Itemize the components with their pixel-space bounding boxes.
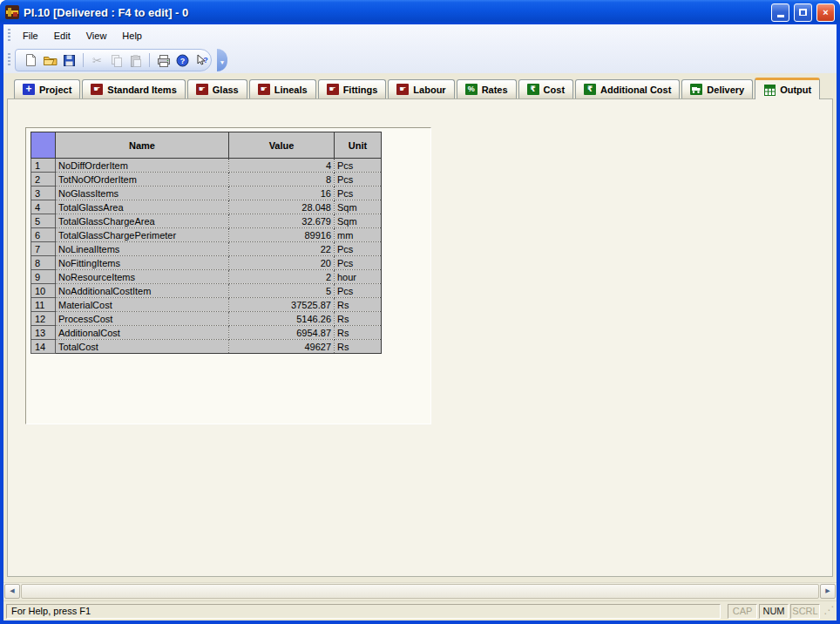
output-grid-icon bbox=[763, 85, 776, 96]
tab-glass[interactable]: Glass bbox=[187, 79, 247, 98]
cell-unit: Pcs bbox=[335, 159, 382, 173]
tab-project[interactable]: Project bbox=[14, 79, 80, 98]
menu-bar: File Edit View Help bbox=[3, 24, 837, 47]
save-button[interactable] bbox=[60, 51, 78, 70]
help-button[interactable]: ? bbox=[173, 51, 192, 70]
tab-fittings[interactable]: Fittings bbox=[318, 79, 387, 98]
cell-unit: Sqm bbox=[335, 200, 382, 214]
status-help-text: For Help, press F1 bbox=[11, 606, 91, 616]
toolbar-pill: ✂ bbox=[15, 49, 212, 71]
col-header-unit[interactable]: Unit bbox=[335, 132, 382, 159]
new-button[interactable] bbox=[22, 51, 40, 70]
menu-help[interactable]: Help bbox=[114, 27, 150, 44]
tab-output[interactable]: Output bbox=[755, 78, 820, 99]
cell-name: TotalGlassChargePerimeter bbox=[56, 228, 229, 242]
menu-file[interactable]: File bbox=[15, 27, 46, 44]
resize-grip-icon[interactable]: ⋰ bbox=[822, 605, 834, 617]
cell-value: 6954.87 bbox=[229, 326, 335, 340]
table-row[interactable]: 13AdditionalCost6954.87Rs bbox=[31, 326, 382, 340]
menubar-grip[interactable] bbox=[8, 29, 10, 43]
cell-name: ProcessCost bbox=[56, 312, 229, 326]
toolbar-separator bbox=[149, 53, 150, 67]
cell-value: 32.679 bbox=[229, 214, 335, 228]
scroll-right-button[interactable]: ▶ bbox=[820, 584, 836, 599]
row-number: 5 bbox=[31, 214, 56, 228]
cost-rupee-icon bbox=[527, 84, 539, 95]
table-row[interactable]: 2TotNoOfOrderItem8Pcs bbox=[31, 173, 382, 187]
table-row[interactable]: 11MaterialCost37525.87Rs bbox=[31, 298, 382, 312]
title-bar: PI.10 [Delivered : F4 to edit] - 0 × bbox=[0, 0, 840, 24]
copy-button[interactable] bbox=[107, 51, 125, 70]
table-row[interactable]: 10NoAdditionalCostItem5Pcs bbox=[31, 284, 382, 298]
close-icon: × bbox=[823, 7, 828, 17]
toolbar-overflow-button[interactable]: _▾ bbox=[217, 49, 227, 71]
table-row[interactable]: 8NoFittingItems20Pcs bbox=[31, 256, 382, 270]
scroll-right-icon: ▶ bbox=[825, 587, 830, 594]
tab-rates[interactable]: Rates bbox=[457, 79, 517, 98]
output-table[interactable]: Name Value Unit 1NoDiffOrderItem4Pcs 2To… bbox=[30, 132, 382, 354]
table-row[interactable]: 4TotalGlassArea28.048Sqm bbox=[31, 200, 382, 214]
cut-button[interactable]: ✂ bbox=[88, 51, 106, 70]
row-number: 7 bbox=[31, 242, 56, 256]
maximize-button[interactable] bbox=[794, 3, 812, 22]
cell-unit: Rs bbox=[335, 312, 382, 326]
cell-value: 5 bbox=[229, 284, 335, 298]
cell-name: TotalGlassChargeArea bbox=[56, 214, 229, 228]
table-header-row: Name Value Unit bbox=[31, 132, 382, 159]
table-row[interactable]: 14TotalCost49627Rs bbox=[31, 340, 382, 354]
row-number: 6 bbox=[31, 228, 56, 242]
copy-icon bbox=[110, 54, 123, 67]
cell-value: 4 bbox=[229, 159, 335, 173]
scrollbar-thumb[interactable] bbox=[21, 584, 819, 599]
context-help-icon: ? bbox=[195, 54, 209, 67]
tab-standard-items[interactable]: Standard Items bbox=[82, 79, 185, 98]
cell-name: TotNoOfOrderItem bbox=[56, 173, 229, 187]
tab-label: Additional Cost bbox=[600, 85, 671, 95]
printer-icon bbox=[157, 54, 171, 67]
col-header-name[interactable]: Name bbox=[56, 132, 229, 159]
cell-name: NoDiffOrderItem bbox=[56, 159, 229, 173]
table-row[interactable]: 5TotalGlassChargeArea32.679Sqm bbox=[31, 214, 382, 228]
tab-labour[interactable]: Labour bbox=[388, 79, 454, 98]
menu-view[interactable]: View bbox=[78, 27, 115, 44]
table-row[interactable]: 9NoResourceItems2hour bbox=[31, 270, 382, 284]
context-help-button[interactable]: ? bbox=[193, 51, 211, 70]
tab-delivery[interactable]: Delivery bbox=[681, 79, 753, 98]
cell-value: 5146.26 bbox=[229, 312, 335, 326]
cell-unit: Pcs bbox=[335, 187, 382, 200]
tab-label: Project bbox=[39, 85, 71, 95]
cell-value: 89916 bbox=[229, 228, 335, 242]
cell-name: MaterialCost bbox=[56, 298, 229, 312]
table-row[interactable]: 3NoGlassItems16Pcs bbox=[31, 187, 382, 200]
table-row[interactable]: 1NoDiffOrderItem4Pcs bbox=[31, 159, 382, 173]
corner-cell[interactable] bbox=[31, 132, 56, 159]
row-number: 14 bbox=[31, 340, 56, 354]
row-number: 10 bbox=[31, 284, 56, 298]
row-number: 1 bbox=[31, 159, 56, 173]
open-button[interactable] bbox=[41, 51, 59, 70]
tab-cost[interactable]: Cost bbox=[518, 79, 573, 98]
help-icon: ? bbox=[176, 54, 189, 67]
minimize-button[interactable] bbox=[771, 3, 789, 22]
table-row[interactable]: 6TotalGlassChargePerimeter89916mm bbox=[31, 228, 382, 242]
scroll-left-button[interactable]: ◀ bbox=[4, 584, 20, 599]
cell-value: 22 bbox=[229, 242, 335, 256]
table-row[interactable]: 7NoLinealItems22Pcs bbox=[31, 242, 382, 256]
toolbar-grip[interactable] bbox=[8, 53, 10, 67]
menu-edit[interactable]: Edit bbox=[46, 27, 78, 44]
tab-label: Lineals bbox=[274, 85, 308, 95]
print-button[interactable] bbox=[154, 51, 173, 70]
tab-lineals[interactable]: Lineals bbox=[249, 79, 316, 98]
lineals-hand-icon bbox=[258, 84, 270, 95]
horizontal-scrollbar[interactable]: ◀ ▶ bbox=[3, 582, 837, 599]
client-area: Project Standard Items Glass Lineals Fit… bbox=[3, 73, 837, 600]
output-tab-page: Name Value Unit 1NoDiffOrderItem4Pcs 2To… bbox=[7, 98, 833, 577]
paste-button[interactable] bbox=[126, 51, 145, 70]
glass-hand-icon bbox=[196, 84, 208, 95]
table-row[interactable]: 12ProcessCost5146.26Rs bbox=[31, 312, 382, 326]
tab-additional-cost[interactable]: Additional Cost bbox=[575, 79, 680, 98]
cell-name: NoFittingItems bbox=[56, 256, 229, 270]
close-button[interactable]: × bbox=[816, 3, 835, 22]
cell-unit: Rs bbox=[335, 298, 382, 312]
col-header-value[interactable]: Value bbox=[229, 132, 335, 159]
